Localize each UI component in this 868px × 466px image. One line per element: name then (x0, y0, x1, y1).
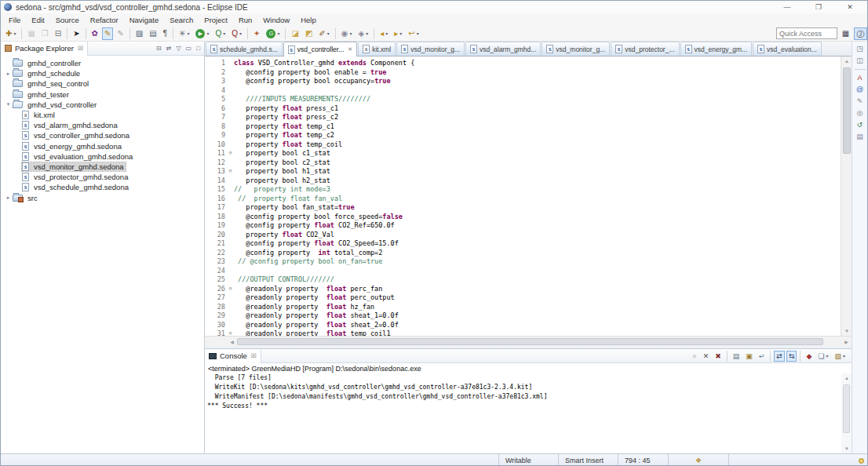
annotation-icon-dropdown[interactable]: ▾ (366, 31, 368, 36)
quick-access-input[interactable] (776, 27, 837, 39)
expander-collapsed-icon[interactable]: ▸ (4, 195, 13, 201)
console-scroll-up-icon[interactable]: ▲ (841, 373, 852, 383)
minimize-icon[interactable]: ▭ (184, 45, 195, 52)
remove-all-launches-icon[interactable]: ✖ (713, 351, 724, 362)
menu-help[interactable]: Help (295, 16, 322, 24)
print-icon[interactable]: ⊟ (53, 27, 64, 40)
declaration-icon[interactable]: ✎ (854, 96, 866, 107)
editor-tab-vsd-energy-gm-[interactable]: svsd_energy_gm... (680, 42, 753, 56)
hscrollbar-thumb[interactable] (237, 338, 823, 345)
sedona-plugin-icon[interactable]: ✿ (89, 27, 100, 40)
templates-icon[interactable]: ▤ (854, 131, 866, 143)
search-icon[interactable]: ✐▾ (316, 27, 331, 40)
select-tool-icon[interactable]: ➤ (71, 27, 82, 40)
new-wizard-icon[interactable]: ✚▾ (3, 27, 18, 40)
close-view-icon[interactable]: ☒ (78, 45, 83, 52)
tree-item-gmhd-schedule[interactable]: ▸gmhd_schedule (1, 68, 204, 78)
package-explorer-tab[interactable]: Package Explorer ☒ (1, 42, 88, 56)
profile-icon[interactable]: Q▾ (229, 27, 244, 40)
menu-search[interactable]: Search (164, 16, 199, 24)
search-icon-dropdown[interactable]: ▾ (327, 31, 330, 36)
tree-item-vsd-controller-gmhd-sedona[interactable]: svsd_controller_gmhd.sedona (1, 130, 204, 140)
external-tools-icon-dropdown[interactable]: ▾ (187, 31, 189, 36)
menu-source[interactable]: Source (50, 16, 85, 24)
status-indicator-icon[interactable]: ❖ (695, 457, 702, 464)
open-element-icon[interactable]: ▨ (133, 27, 145, 40)
editor-horizontal-scrollbar[interactable]: ◀ ▶ (205, 336, 852, 346)
editor-tab-vsd-evaluation-[interactable]: svsd_evaluation... (753, 42, 822, 56)
tree-item-gmhd-tester[interactable]: gmhd_tester (1, 89, 204, 100)
collapse-all-icon[interactable]: ⊟ (154, 45, 164, 52)
link-with-editor-icon[interactable]: ⇄ (164, 45, 174, 52)
external-tools-icon[interactable]: ✳▾ (177, 27, 191, 40)
view-menu-icon[interactable]: ▽ (173, 45, 183, 52)
last-edit-location-icon[interactable]: ↩▾ (406, 27, 421, 40)
mark-occurrences-icon-dropdown[interactable]: ▾ (350, 31, 352, 36)
java-perspective-icon[interactable]: Ⓙ (854, 27, 867, 40)
scroll-up-icon[interactable]: ▲ (841, 56, 852, 66)
fold-marker-icon[interactable]: ⊖ (227, 285, 234, 294)
run-icon[interactable]: ▶▾ (193, 27, 211, 40)
forward-icon-dropdown[interactable]: ▾ (399, 31, 402, 36)
tree-item-gmhd-seq-control[interactable]: gmhd_seq_control (1, 78, 204, 89)
annotation-icon[interactable]: ◈▾ (356, 27, 371, 40)
save-icon[interactable]: ▦ (25, 27, 37, 40)
fold-marker-icon[interactable]: ⊖ (227, 329, 234, 336)
editor-tab-schedule-gmhd-s-[interactable]: sschedule_gmhd.s... (206, 42, 283, 56)
perspective-pane-icon[interactable]: ◫ (854, 55, 866, 67)
forward-icon[interactable]: ▸▾ (392, 27, 404, 40)
new-wizard-icon-dropdown[interactable]: ▾ (13, 31, 16, 36)
editor-tab-vsd-monitor-g-[interactable]: svsd_monitor_g... (396, 42, 465, 56)
scroll-left-icon[interactable]: ◀ (227, 339, 237, 344)
new-package-icon[interactable]: ✦ (251, 27, 262, 40)
mark-occurrences-icon[interactable]: ◉▾ (339, 27, 355, 40)
profile-icon-dropdown[interactable]: ▾ (239, 31, 242, 36)
maximize-icon[interactable]: □ (194, 45, 202, 52)
expander-expanded-icon[interactable]: ▾ (4, 101, 13, 107)
expander-collapsed-icon[interactable]: ▸ (4, 71, 13, 77)
open-console-icon[interactable]: ▧▾ (832, 351, 848, 362)
code-editor[interactable]: 1class VSD_Controller_gmhd extends Compo… (205, 56, 841, 336)
word-wrap-icon[interactable]: ↵ (757, 351, 768, 362)
show-stdout-icon[interactable]: ⇄ (774, 351, 785, 362)
tree-item-vsd-protector-gmhd-sedona[interactable]: svsd_protector_gmhd.sedona (1, 172, 204, 182)
export-icon[interactable]: ◩ (303, 27, 315, 40)
tree-item-gmhd-vsd-controller[interactable]: ▾gmhd_vsd_controller (1, 100, 204, 110)
display-console-icon[interactable]: ❏▾ (815, 351, 830, 362)
tree-item-vsd-schedule-gmhd-sedona[interactable]: svsd_schedule_gmhd.sedona (1, 182, 204, 192)
console-scrollbar-thumb[interactable] (843, 384, 850, 433)
menu-file[interactable]: File (3, 16, 26, 24)
tree-item-vsd-evaluation-gmhd-sedona[interactable]: svsd_evaluation_gmhd.sedona (1, 151, 204, 162)
save-all-icon[interactable]: ❐ (39, 27, 51, 40)
close-console-icon[interactable]: ☒ (251, 352, 257, 359)
console-scroll-down-icon[interactable]: ▼ (841, 444, 852, 453)
tree-item-gmhd-controller[interactable]: gmhd_controller (1, 58, 204, 68)
fold-marker-icon[interactable]: ⊖ (227, 149, 234, 158)
open-perspective-icon[interactable]: ▦ (839, 27, 852, 40)
menu-window[interactable]: Window (257, 16, 295, 24)
coverage-icon-dropdown[interactable]: ▾ (223, 31, 225, 36)
show-on-output-icon[interactable]: ⇆ (786, 351, 797, 362)
console-tab[interactable]: Console ☒ (205, 349, 261, 363)
last-edit-location-icon-dropdown[interactable]: ▾ (417, 31, 419, 36)
new-class-icon[interactable]: G▾ (264, 27, 282, 40)
tree-item-kit-xml[interactable]: xkit.xml (1, 110, 204, 120)
console-scrollbar[interactable]: ▲ ▼ (841, 373, 852, 453)
editor-tab-vsd-monitor-g-[interactable]: svsd_monitor_g... (542, 42, 610, 56)
console-output[interactable]: Parse [7 files] WriteKit [D:\sedona\kits… (205, 373, 841, 453)
editor-tab-vsd-alarm-gmhd-[interactable]: svsd_alarm_gmhd... (465, 42, 541, 56)
editor-tab-vsd-protector-[interactable]: svsd_protector_... (611, 42, 679, 56)
clear-console-icon[interactable]: ▤ (731, 351, 742, 362)
tree-item-src[interactable]: ▸src (1, 192, 204, 202)
menu-run[interactable]: Run (233, 16, 257, 24)
fold-marker-icon[interactable]: ⊖ (227, 167, 234, 177)
tree-item-vsd-energy-gmhd-sedona[interactable]: svsd_energy_gmhd.sedona (1, 141, 204, 151)
menu-edit[interactable]: Edit (26, 16, 49, 24)
notification-icon[interactable] (859, 458, 864, 464)
error-log-icon[interactable]: A (854, 72, 866, 84)
open-console-icon-dropdown[interactable]: ▾ (843, 353, 845, 359)
menu-project[interactable]: Project (199, 16, 233, 24)
editor-tab-kit-xml[interactable]: xkit.xml (358, 42, 396, 56)
pin-console-icon[interactable]: ◆ (804, 351, 814, 362)
sync-icon[interactable]: ✎ (115, 27, 126, 40)
